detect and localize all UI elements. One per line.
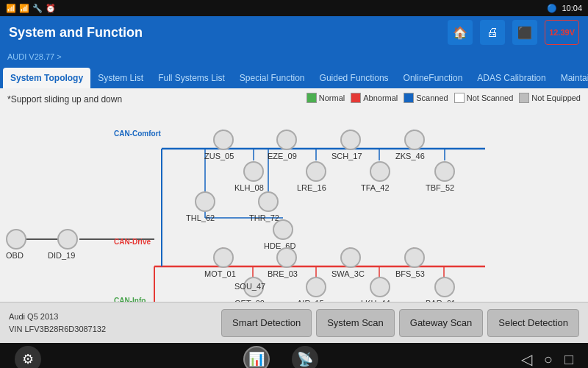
smart-detection-button[interactable]: Smart Detection bbox=[221, 309, 312, 337]
home-button-nav[interactable]: ○ bbox=[544, 350, 553, 368]
header-title: System and Function bbox=[9, 25, 143, 40]
bottom-buttons: Smart Detection System Scan Gateway Scan… bbox=[221, 309, 579, 337]
taskbar-nav: ◁ ○ □ bbox=[521, 350, 573, 368]
node-bre03[interactable] bbox=[276, 247, 297, 268]
legend-not-scanned: Not Scanned bbox=[454, 93, 514, 103]
label-obd: OBD bbox=[6, 251, 24, 260]
tab-maintain-information[interactable]: Maintain Information bbox=[553, 68, 588, 88]
node-did19[interactable] bbox=[57, 229, 78, 250]
taskbar-center: 📊 📡 bbox=[243, 346, 318, 368]
label-did19: DID_19 bbox=[48, 251, 75, 260]
label-bre03: BRE_03 bbox=[268, 269, 298, 278]
legend-bar: Normal Abnormal Scanned Not Scanned Not … bbox=[306, 93, 581, 103]
tab-guided-functions[interactable]: Guided Functions bbox=[312, 68, 396, 88]
legend-not-equipped: Not Equipped bbox=[519, 93, 581, 103]
node-zus05[interactable] bbox=[213, 130, 234, 150]
legend-scanned-label: Scanned bbox=[416, 93, 448, 102]
label-tbf52: TBF_52 bbox=[426, 183, 454, 192]
legend-not-scanned-label: Not Scanned bbox=[467, 93, 514, 102]
node-air15[interactable] bbox=[306, 277, 326, 297]
back-button[interactable]: ◁ bbox=[521, 350, 532, 368]
sub-header: AUDI V28.77 > bbox=[0, 49, 588, 65]
label-sch17: SCH_17 bbox=[331, 152, 362, 160]
can-info-label: CAN-Info bbox=[114, 297, 146, 302]
label-get02: GET_02 bbox=[234, 299, 265, 302]
node-bar61[interactable] bbox=[434, 277, 455, 297]
node-obd[interactable] bbox=[6, 229, 26, 250]
bottom-bar: Audi Q5 2013 VIN LFV3B28R6D3087132 Smart… bbox=[0, 302, 588, 343]
label-klh08: KLH_08 bbox=[234, 183, 264, 192]
exit-button[interactable]: ⬛ bbox=[512, 20, 537, 45]
node-mot01[interactable] bbox=[213, 247, 234, 268]
taskbar: ⚙ 📊 📡 ◁ ○ □ bbox=[0, 343, 588, 368]
main-content: *Support sliding up and down Normal Abno… bbox=[0, 88, 588, 302]
status-bar: 📶 📶 🔧 ⏰ 🔵 10:04 bbox=[0, 0, 588, 16]
label-tfa42: TFA_42 bbox=[361, 183, 390, 192]
label-bar61: BAR_61 bbox=[426, 299, 456, 302]
signal-icon: 📶 bbox=[6, 4, 16, 13]
legend-normal: Normal bbox=[306, 93, 345, 103]
label-thl62: THL_62 bbox=[186, 213, 215, 222]
vin-number: VIN LFV3B28R6D3087132 bbox=[9, 323, 106, 336]
tab-system-list[interactable]: System List bbox=[90, 68, 151, 88]
label-zus05: ZUS_05 bbox=[204, 152, 234, 160]
tab-system-topology[interactable]: System Topology bbox=[3, 68, 90, 88]
taskbar-chart-icon[interactable]: 📊 bbox=[243, 346, 270, 368]
taskbar-vci-icon[interactable]: 📡 bbox=[292, 346, 318, 368]
legend-abnormal: Abnormal bbox=[351, 93, 398, 103]
select-detection-button[interactable]: Select Detection bbox=[487, 309, 579, 337]
node-tbf52[interactable] bbox=[434, 161, 455, 182]
node-lre16[interactable] bbox=[306, 161, 326, 182]
clock-icon: ⏰ bbox=[46, 4, 56, 13]
tab-full-systems-list[interactable]: Full Systems List bbox=[151, 68, 232, 88]
vehicle-details: Audi Q5 2013 VIN LFV3B28R6D3087132 bbox=[9, 311, 106, 335]
signal-icon2: 📶 bbox=[19, 4, 29, 13]
legend-not-equipped-label: Not Equipped bbox=[531, 93, 581, 102]
label-lkh44: LKH_44 bbox=[361, 299, 390, 302]
support-text: *Support sliding up and down bbox=[7, 94, 122, 105]
legend-scanned: Scanned bbox=[404, 93, 448, 103]
print-button[interactable]: 🖨 bbox=[480, 20, 505, 45]
header: System and Function 🏠 🖨 ⬛ 12.39V bbox=[0, 16, 588, 49]
node-lkh44[interactable] bbox=[370, 277, 390, 297]
topology-diagram: CAN-Comfort CAN-Drive CAN-Info OBD DID_1… bbox=[0, 109, 588, 302]
legend-abnormal-label: Abnormal bbox=[363, 93, 398, 102]
system-scan-button[interactable]: System Scan bbox=[316, 309, 395, 337]
header-icons: 🏠 🖨 ⬛ 12.39V bbox=[448, 20, 579, 45]
label-air15: AIR_15 bbox=[297, 299, 324, 302]
node-klh08[interactable] bbox=[243, 161, 264, 182]
car-model: Audi Q5 2013 bbox=[9, 311, 106, 323]
legend-normal-label: Normal bbox=[319, 93, 345, 102]
recents-button[interactable]: □ bbox=[564, 350, 573, 368]
bluetooth-icon: 🔵 bbox=[547, 4, 557, 13]
home-button[interactable]: 🏠 bbox=[448, 20, 473, 45]
node-sch17[interactable] bbox=[340, 130, 361, 150]
label-thr72: THR_72 bbox=[249, 213, 279, 222]
can-comfort-label: CAN-Comfort bbox=[114, 130, 161, 138]
battery-indicator: 12.39V bbox=[545, 20, 579, 45]
node-swa3c[interactable] bbox=[340, 247, 361, 268]
node-eze09[interactable] bbox=[276, 130, 297, 150]
label-swa3c: SWA_3C bbox=[331, 269, 365, 278]
label-bfs53: BFS_53 bbox=[395, 269, 425, 278]
node-thr72[interactable] bbox=[258, 191, 279, 212]
node-tfa42[interactable] bbox=[370, 161, 390, 182]
status-left: 📶 📶 🔧 ⏰ bbox=[6, 4, 56, 13]
label-sou47: SOU_47 bbox=[234, 282, 265, 291]
tab-bar: System Topology System List Full Systems… bbox=[0, 65, 588, 88]
label-mot01: MOT_01 bbox=[204, 269, 236, 278]
status-time: 10:04 bbox=[562, 4, 582, 13]
node-hde6d[interactable] bbox=[273, 219, 293, 240]
node-bfs53[interactable] bbox=[404, 247, 425, 268]
taskbar-settings-icon[interactable]: ⚙ bbox=[15, 346, 41, 368]
tab-special-function[interactable]: Special Function bbox=[232, 68, 312, 88]
label-eze09: EZE_09 bbox=[268, 152, 297, 160]
settings-icon: 🔧 bbox=[32, 4, 43, 13]
tab-online-function[interactable]: OnlineFunction bbox=[396, 68, 470, 88]
label-lre16: LRE_16 bbox=[297, 183, 326, 192]
node-thl62[interactable] bbox=[195, 191, 215, 212]
gateway-scan-button[interactable]: Gateway Scan bbox=[399, 309, 484, 337]
vehicle-info[interactable]: AUDI V28.77 > bbox=[7, 52, 62, 61]
tab-adas-calibration[interactable]: ADAS Calibration bbox=[470, 68, 553, 88]
node-zks46[interactable] bbox=[404, 130, 425, 150]
